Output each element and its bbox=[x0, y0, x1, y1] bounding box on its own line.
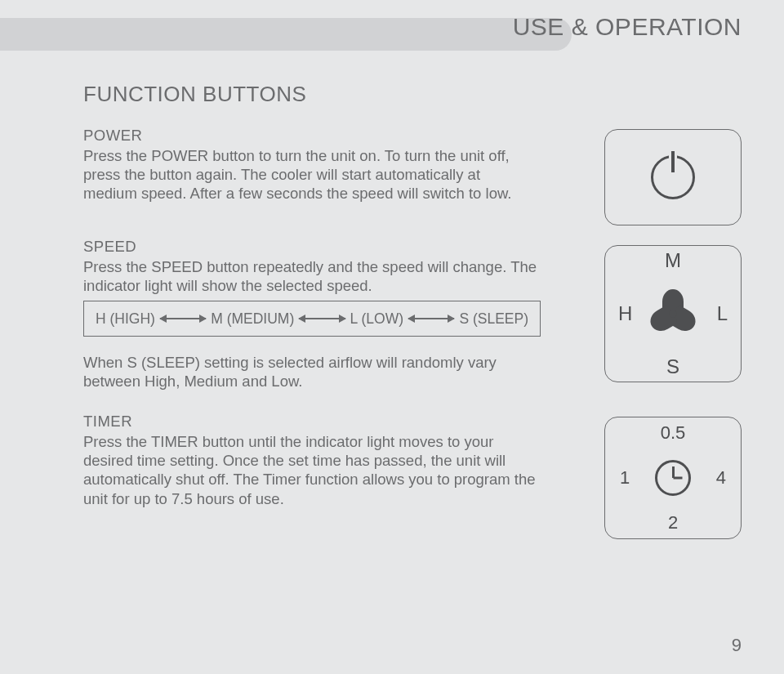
timer-button-panel: 0.5 1 4 2 bbox=[604, 417, 742, 539]
speed-label-s: S bbox=[666, 355, 679, 378]
speed-heading: SPEED bbox=[83, 237, 537, 256]
speed-button-panel: M H L S bbox=[604, 245, 742, 382]
timer-heading: TIMER bbox=[83, 412, 537, 431]
double-arrow-icon bbox=[408, 318, 454, 319]
timer-label-05: 0.5 bbox=[661, 422, 686, 444]
double-arrow-icon bbox=[299, 318, 345, 319]
power-block: POWER Press the POWER button to turn the… bbox=[83, 126, 537, 203]
flow-label-low: L (LOW) bbox=[350, 310, 403, 328]
timer-label-4: 4 bbox=[716, 467, 726, 489]
clock-icon bbox=[655, 460, 691, 496]
power-body: Press the POWER button to turn the unit … bbox=[83, 146, 537, 203]
speed-block: SPEED Press the SPEED button repeatedly … bbox=[83, 237, 537, 295]
speed-label-h: H bbox=[618, 302, 632, 325]
speed-flow-box: H (HIGH) M (MEDIUM) L (LOW) S (SLEEP) bbox=[83, 301, 541, 337]
timer-label-1: 1 bbox=[620, 467, 630, 489]
timer-block: TIMER Press the TIMER button until the i… bbox=[83, 412, 537, 508]
flow-label-sleep: S (SLEEP) bbox=[459, 310, 528, 328]
header-title: USE & OPERATION bbox=[513, 13, 742, 41]
sleep-note: When S (SLEEP) setting is selected airfl… bbox=[83, 353, 537, 391]
timer-body: Press the TIMER button until the indicat… bbox=[83, 432, 537, 508]
fan-icon bbox=[649, 290, 697, 337]
speed-body: Press the SPEED button repeatedly and th… bbox=[83, 257, 537, 295]
flow-label-high: H (HIGH) bbox=[96, 310, 155, 328]
flow-label-medium: M (MEDIUM) bbox=[211, 310, 294, 328]
speed-label-l: L bbox=[717, 302, 728, 325]
page-number: 9 bbox=[732, 635, 742, 656]
power-icon bbox=[651, 155, 695, 199]
section-title: FUNCTION BUTTONS bbox=[83, 82, 306, 107]
power-button-panel bbox=[604, 129, 742, 225]
timer-label-2: 2 bbox=[668, 512, 678, 533]
speed-label-m: M bbox=[665, 249, 681, 272]
power-heading: POWER bbox=[83, 126, 537, 145]
double-arrow-icon bbox=[160, 318, 206, 319]
header-band bbox=[0, 18, 572, 51]
